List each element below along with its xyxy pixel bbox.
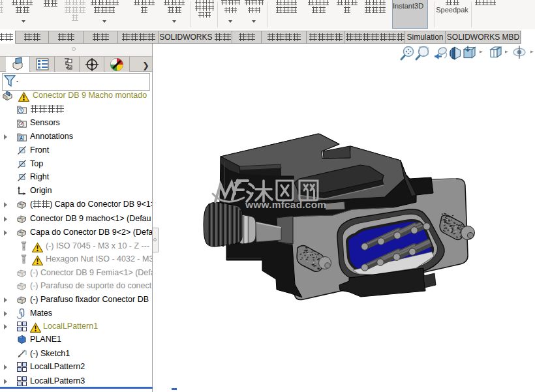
svg-text:A: A <box>20 136 23 140</box>
svg-text:www.mfcad.com: www.mfcad.com <box>245 199 326 210</box>
